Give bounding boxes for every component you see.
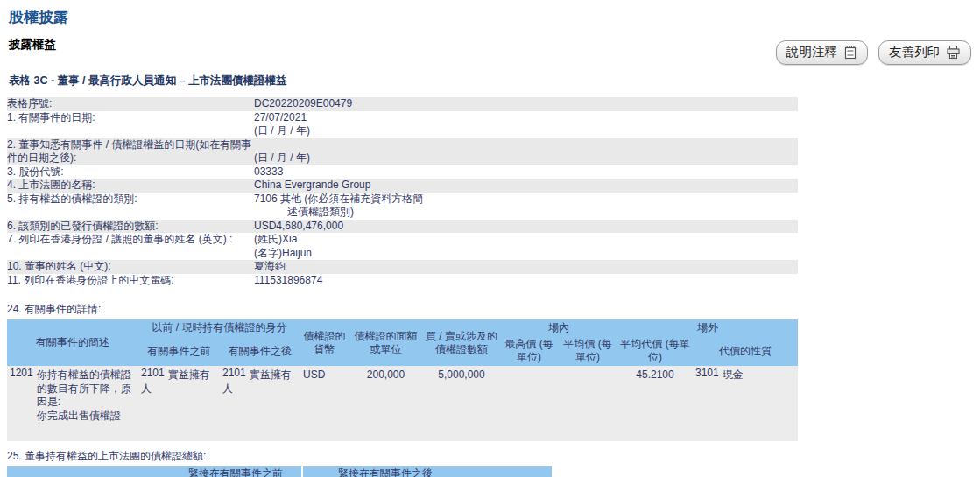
capacity-after-code: 2101 <box>222 367 246 379</box>
field-value: DC20220209E00479 <box>254 97 798 111</box>
event-description-line: 你完成出售債權證 <box>37 410 136 424</box>
disclosure-page: 股權披露 披露權益 說明注釋 友善列印 <box>0 0 980 477</box>
field-row-debenture-class: 5. 持有權益的債權證的類別: 7106 其他 (你必須在補充資料方格簡 述債權… <box>7 193 798 220</box>
page-title: 股權披露 <box>9 9 973 26</box>
field-label: 表格序號: <box>7 97 254 111</box>
field-value: 7106 其他 (你必須在補充資料方格簡 <box>254 193 798 207</box>
field-value: (日 / 月 / 年) <box>254 151 798 165</box>
event-details-row: 1201 你持有權益的債權證的數目有所下降，原因是: 你完成出售債權證 2101… <box>7 366 798 441</box>
col-header-highest-price: 最高價 (每單位) <box>500 336 558 366</box>
cell-description: 1201 你持有權益的債權證的數目有所下降，原因是: 你完成出售債權證 <box>7 366 138 441</box>
field-row-aware-date: 2. 董事知悉有關事件 / 債權證權益的日期(如在有關事件的日期之後): (日 … <box>7 138 798 165</box>
print-button-label: 友善列印 <box>889 44 940 60</box>
printer-icon <box>946 45 961 60</box>
toolbar: 說明注釋 友善列印 <box>776 40 971 65</box>
col-header-before: 有關事件之前 <box>138 336 220 366</box>
field-row-event-date: 1. 有關事件的日期: 27/07/2021 (日 / 月 / 年) <box>7 111 798 138</box>
col-header-amount: 買 / 賣或涉及的債權證數額 <box>423 319 500 366</box>
col-header-avg-consideration: 平均代價 (每單位) <box>617 336 693 366</box>
col-header-currency: 債權證的貨幣 <box>300 319 349 366</box>
field-label: 2. 董事知悉有關事件 / 債權證權益的日期(如在有關事件的日期之後): <box>7 138 254 165</box>
col-header-after: 有關事件之後 <box>220 336 300 366</box>
totals-section-title: 25. 董事持有權益的上市法團的債權證總額: <box>7 450 973 463</box>
memo-icon <box>843 45 857 60</box>
col-header-capacity-group: 以前 / 現時持有債權證的身分 <box>138 319 300 336</box>
col-header-avg-price: 平均價 (每單位) <box>558 336 617 366</box>
field-value: USD4,680,476,000 <box>254 220 798 234</box>
cell-capacity-before: 2101實益擁有人 <box>138 366 220 441</box>
field-label: 3. 股份代號: <box>7 165 254 179</box>
form-fields: 表格序號: DC20220209E00479 1. 有關事件的日期: 27/07… <box>7 97 798 287</box>
totals-header-before: 緊接在有關事件之前 <box>187 466 302 477</box>
print-button[interactable]: 友善列印 <box>878 40 971 65</box>
event-description-line: 你持有權益的債權證的數目有所下降，原因是: <box>37 368 136 410</box>
field-label: 11. 列印在香港身份證上的中文電碼: <box>7 274 254 288</box>
totals-header-after: 緊接在有關事件之後 <box>302 466 552 477</box>
field-label: 5. 持有權益的債權證的類別: <box>7 193 254 220</box>
nature-label: 現金 <box>723 368 744 381</box>
form-title: 表格 3C - 董事 / 最高行政人員通知 – 上市法團債權證權益 <box>9 74 973 87</box>
cell-highest-price <box>500 366 558 441</box>
event-details-table: 有關事件的簡述 以前 / 現時持有債權證的身分 債權證的貨幣 債權證的面額或單位… <box>7 319 798 441</box>
field-value: 27/07/2021 <box>254 111 798 125</box>
field-row-name-english: 7. 列印在香港身份證 / 護照的董事的姓名 (英文) : (姓氏)Xia (名… <box>7 233 798 260</box>
totals-table: 緊接在有關事件之前 緊接在有關事件之後 債權證的數額 28,000,000 23… <box>7 466 552 477</box>
field-row-serial: 表格序號: DC20220209E00479 <box>7 97 798 111</box>
field-row-ccc-code: 11. 列印在香港身份證上的中文電碼: 111531896874 <box>7 274 798 288</box>
field-value: 夏海鈞 <box>254 260 798 274</box>
field-value: (日 / 月 / 年) <box>254 124 798 138</box>
field-value: 111531896874 <box>254 274 798 288</box>
field-value: 述債權證類別) <box>254 206 798 220</box>
field-value: China Evergrande Group <box>254 179 798 193</box>
field-label: 1. 有關事件的日期: <box>7 111 254 138</box>
cell-currency: USD <box>300 366 349 441</box>
notes-button-label: 說明注釋 <box>786 44 837 60</box>
cell-amount: 5,000,000 <box>423 366 500 441</box>
field-row-corp-name: 4. 上市法團的名稱: China Evergrande Group <box>7 179 798 193</box>
field-value: (名字)Haijun <box>254 247 798 261</box>
event-code: 1201 <box>10 367 33 421</box>
field-label: 7. 列印在香港身份證 / 護照的董事的姓名 (英文) : <box>7 233 254 260</box>
field-row-stock-code: 3. 股份代號: 03333 <box>7 165 798 179</box>
col-header-denomination: 債權證的面額或單位 <box>349 319 423 366</box>
cell-nature: 3101現金 <box>693 366 798 441</box>
notes-button[interactable]: 說明注釋 <box>776 40 868 65</box>
totals-header-blank <box>7 466 187 477</box>
col-header-nature: 代價的性質 <box>693 336 798 366</box>
cell-avg-consideration: 45.2100 <box>617 366 693 441</box>
col-header-off-exchange: 場外 <box>617 319 798 336</box>
nature-code: 3101 <box>695 367 719 379</box>
field-row-name-chinese: 10. 董事的姓名 (中文): 夏海鈞 <box>7 260 798 274</box>
cell-capacity-after: 2101實益擁有人 <box>220 366 300 441</box>
cell-denomination: 200,000 <box>349 366 423 441</box>
field-label: 6. 該類別的已發行債權證的數額: <box>7 220 254 234</box>
field-label: 4. 上市法團的名稱: <box>7 179 254 193</box>
capacity-before-code: 2101 <box>141 367 165 379</box>
col-header-on-exchange: 場內 <box>500 319 617 336</box>
field-value: (姓氏)Xia <box>254 233 798 247</box>
field-value <box>254 138 798 152</box>
details-section-title: 24. 有關事件的詳情: <box>7 303 973 316</box>
field-row-issued-amount: 6. 該類別的已發行債權證的數額: USD4,680,476,000 <box>7 220 798 234</box>
col-header-description: 有關事件的簡述 <box>7 319 138 366</box>
field-label: 10. 董事的姓名 (中文): <box>7 260 254 274</box>
cell-avg-price <box>558 366 617 441</box>
field-value: 03333 <box>254 165 798 179</box>
